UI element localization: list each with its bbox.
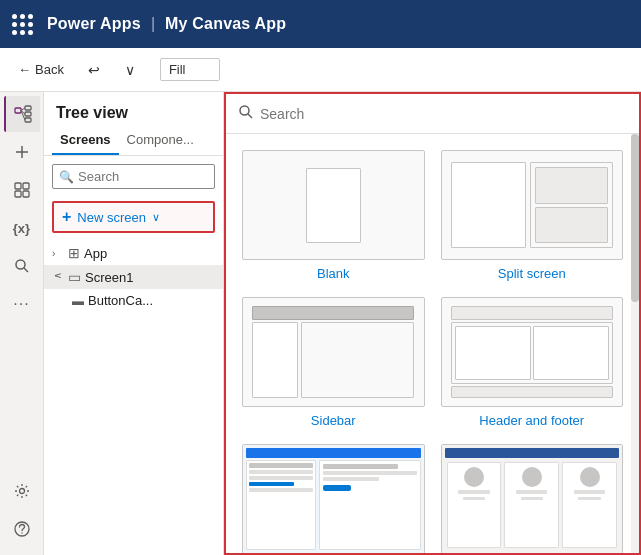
title-separator: | — [151, 15, 155, 33]
chevron-down-icon: ∨ — [152, 211, 160, 224]
more-icon[interactable]: ··· — [4, 286, 40, 322]
blank-label: Blank — [317, 266, 350, 281]
templates-grid: Blank Spl — [226, 134, 639, 553]
template-sidebar[interactable]: Sidebar — [242, 297, 425, 428]
svg-point-15 — [19, 489, 24, 494]
split-screen-label: Split screen — [498, 266, 566, 281]
svg-point-18 — [240, 106, 249, 115]
dropdown-search-input[interactable] — [260, 106, 627, 122]
svg-rect-1 — [25, 106, 31, 110]
svg-rect-3 — [25, 118, 31, 122]
svg-rect-12 — [23, 191, 29, 197]
svg-point-13 — [16, 260, 25, 269]
app-label: App — [84, 246, 107, 261]
tree-item-screen1[interactable]: ∨ ▭ Screen1 — [44, 265, 223, 289]
svg-rect-0 — [15, 108, 21, 113]
app-name[interactable]: Power Apps — [47, 15, 141, 33]
icon-bar: {x} ··· — [0, 92, 44, 555]
variables-icon[interactable]: {x} — [4, 210, 40, 246]
template-split-screen[interactable]: Split screen — [441, 150, 624, 281]
tree-view-title: Tree view — [44, 92, 223, 126]
tree-search-box[interactable]: 🔍 — [52, 164, 215, 189]
search-nav-icon[interactable] — [4, 248, 40, 284]
waffle-icon[interactable] — [12, 14, 33, 35]
search-icon — [238, 104, 254, 123]
tree-items: › ⊞ App ∨ ▭ Screen1 ▬ ButtonCa... — [44, 237, 223, 316]
new-screen-button[interactable]: + New screen ∨ — [52, 201, 215, 233]
side-panel: Tree view Screens Compone... 🔍 + New scr… — [44, 92, 224, 555]
screen-icon: ▭ — [68, 269, 81, 285]
app-template-1-preview — [242, 444, 425, 553]
tree-tabs: Screens Compone... — [44, 126, 223, 156]
scrollbar-track[interactable] — [631, 134, 639, 553]
template-header-footer[interactable]: Header and footer — [441, 297, 624, 428]
chevron-right-icon: › — [52, 248, 64, 259]
top-bar: Power Apps | My Canvas App — [0, 0, 641, 48]
header-footer-label: Header and footer — [479, 413, 584, 428]
fill-selector[interactable]: Fill — [160, 58, 220, 81]
screen1-label: Screen1 — [85, 270, 133, 285]
button-label: ButtonCa... — [88, 293, 153, 308]
svg-line-14 — [24, 268, 28, 272]
canvas-name[interactable]: My Canvas App — [165, 15, 286, 33]
sidebar-label: Sidebar — [311, 413, 356, 428]
settings-icon[interactable] — [4, 473, 40, 509]
new-screen-dropdown: Blank Spl — [224, 92, 641, 555]
split-screen-preview — [441, 150, 624, 260]
plus-icon: + — [62, 208, 71, 226]
back-button[interactable]: ← Back — [10, 58, 72, 81]
app-template-2-preview — [441, 444, 624, 553]
main-layout: {x} ··· — [0, 92, 641, 555]
svg-rect-2 — [25, 112, 31, 116]
content-area: Blank Spl — [224, 92, 641, 555]
undo-button[interactable]: ↩ — [80, 56, 108, 84]
template-app2[interactable] — [441, 444, 624, 553]
new-screen-label: New screen — [77, 210, 146, 225]
tree-view-icon[interactable] — [4, 96, 40, 132]
back-arrow-icon: ← — [18, 62, 31, 77]
scrollbar-thumb[interactable] — [631, 134, 639, 302]
tab-screens[interactable]: Screens — [52, 126, 119, 155]
tree-item-button[interactable]: ▬ ButtonCa... — [44, 289, 223, 312]
blank-preview — [242, 150, 425, 260]
tree-search-input[interactable] — [78, 169, 208, 184]
button-icon: ▬ — [72, 294, 84, 308]
app-icon: ⊞ — [68, 245, 80, 261]
template-blank[interactable]: Blank — [242, 150, 425, 281]
template-app1[interactable] — [242, 444, 425, 553]
tab-components[interactable]: Compone... — [119, 126, 202, 155]
dropdown-search-bar — [226, 94, 639, 134]
help-icon[interactable] — [4, 511, 40, 547]
second-bar: ← Back ↩ ∨ Fill — [0, 48, 641, 92]
back-label: Back — [35, 62, 64, 77]
svg-rect-9 — [15, 183, 21, 189]
chevron-down-icon[interactable]: ∨ — [116, 56, 144, 84]
tree-item-app[interactable]: › ⊞ App — [44, 241, 223, 265]
svg-rect-10 — [23, 183, 29, 189]
data-icon[interactable] — [4, 172, 40, 208]
svg-line-19 — [248, 114, 252, 118]
chevron-down-icon: ∨ — [53, 271, 64, 283]
header-footer-preview — [441, 297, 624, 407]
search-icon: 🔍 — [59, 170, 74, 184]
svg-rect-11 — [15, 191, 21, 197]
svg-point-17 — [21, 532, 22, 533]
sidebar-preview — [242, 297, 425, 407]
insert-icon[interactable] — [4, 134, 40, 170]
